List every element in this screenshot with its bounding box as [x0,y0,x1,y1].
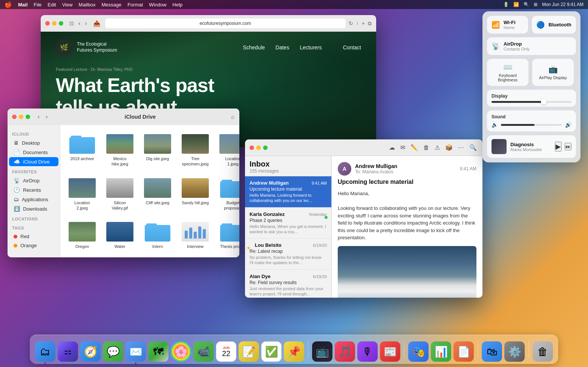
mail-message-andrew[interactable]: Andrew Mulligan 9:41 AM Upcoming lecture… [245,176,331,208]
finder-search-button[interactable]: ⌕ [231,113,235,120]
dock-item-mail[interactable]: ✉️ [126,341,146,362]
tabs-overview-button[interactable]: ⧉ [368,20,372,27]
menu-mailbox[interactable]: Mailbox [79,2,96,8]
wifi-icon[interactable]: 📶 [513,2,519,7]
sidebar-item-recents[interactable]: 🕐 Recents [9,185,58,194]
mail-more-button[interactable]: ⋯ [457,143,465,152]
cc-airdrop-tile[interactable]: 📡 AirDrop Contacts Only [487,37,576,55]
dock-item-keynote[interactable]: 🎭 [408,341,429,362]
dock-item-tv[interactable]: 📺 [312,341,332,362]
nav-schedule[interactable]: Schedule [243,44,265,50]
file-item-silicon[interactable]: Silicon Valley.gif [104,175,136,213]
dock-item-podcasts[interactable]: 🎙 [357,341,378,362]
dock-item-launchpad[interactable]: ⚏ [58,341,78,362]
nav-lecturers[interactable]: Lecturers [300,44,322,50]
maximize-button[interactable] [59,21,63,26]
back-button[interactable]: ‹ [77,19,82,28]
mail-delete-button[interactable]: 🗑 [422,143,430,152]
file-item-tree[interactable]: Tree specimen.jpeg [179,131,211,169]
battery-icon[interactable]: 🔋 [503,2,509,7]
mail-message-karla[interactable]: Karla Gonzalez Yesterday Phase 2 queries… [245,208,331,239]
close-button[interactable] [45,21,50,26]
dock-item-news[interactable]: 📰 [380,341,400,362]
mail-minimize-button[interactable] [256,145,261,150]
volume-high-icon[interactable]: 🔊 [565,122,571,128]
dock-item-messages[interactable]: 💬 [103,341,123,362]
apple-menu[interactable]: 🍎 [5,1,12,8]
app-name[interactable]: Mail [18,2,28,8]
dock-item-numbers[interactable]: 📊 [431,341,451,362]
dock-item-photos[interactable]: 🌸 [171,341,191,362]
file-item-digsite[interactable]: Dig site.jpeg [142,131,173,169]
address-bar[interactable] [105,18,346,28]
search-icon[interactable]: 🔍 [524,2,529,7]
file-item-2019archive[interactable]: 2019 archive [66,131,98,169]
menu-window[interactable]: Window [149,2,166,8]
menu-view[interactable]: View [62,2,73,8]
nav-dates[interactable]: Dates [276,44,289,50]
sidebar-item-documents[interactable]: 📄 Documents [9,148,58,157]
finder-maximize-button[interactable] [26,115,30,119]
menu-help[interactable]: Help [173,2,183,8]
mail-message-alan[interactable]: Alan Dye 6/19/20 Re: Field survey result… [245,270,331,298]
mail-maximize-button[interactable] [263,145,268,150]
mail-close-button[interactable] [250,145,254,150]
file-item-sandy[interactable]: Sandy hill.jpeg [179,175,211,213]
mail-junk-button[interactable]: ⚠ [433,143,441,152]
next-button[interactable]: ⏭ [565,143,571,150]
file-item-budget[interactable]: Budget proposals [217,175,239,213]
file-item-location2[interactable]: Location 2.jpeg [66,175,98,213]
cc-wifi-tile[interactable]: 📶 Wi-Fi Home [487,16,528,34]
share-button[interactable]: 📤 [92,19,102,28]
share-action-button[interactable]: ↑ [356,20,359,27]
mail-reply-button[interactable]: ✏️ [409,143,419,152]
menu-message[interactable]: Message [101,2,121,8]
sidebar-item-airdrop[interactable]: 📡 AirDrop [9,176,58,185]
sidebar-item-red-tag[interactable]: Red [9,232,58,241]
display-slider[interactable] [492,101,571,103]
finder-close-button[interactable] [12,115,17,119]
menu-file[interactable]: File [34,2,41,8]
sidebar-toggle-button[interactable]: ⊡ [69,20,74,26]
dock-item-appstore[interactable]: 🛍 [482,341,502,362]
dock-item-system-preferences[interactable]: ⚙️ [504,341,525,362]
dock-item-maps[interactable]: 🗺 [148,341,168,362]
sidebar-item-applications[interactable]: 🗂 Applications [9,195,58,204]
dock-item-notes[interactable]: 📝 [239,341,259,362]
sidebar-item-desktop[interactable]: 🖥 Desktop [9,138,58,147]
sound-slider[interactable] [501,124,562,126]
cc-keyboard-tile[interactable]: ⌨️ Keyboard Brightness [487,59,528,86]
nav-contact[interactable]: Contact [343,44,361,50]
reload-button[interactable]: ↻ [349,20,353,26]
mail-compose-icon[interactable]: ☁ [388,143,396,152]
file-item-mexico[interactable]: Mexico hike.jpeg [104,131,136,169]
finder-back-button[interactable]: ‹ [36,113,41,121]
dock-item-reminders[interactable]: ✅ [261,341,282,362]
file-item-thesis[interactable]: Thesis project [217,219,239,251]
file-item-water[interactable]: Water [104,219,136,251]
finder-minimize-button[interactable] [19,115,23,119]
cc-airplay-tile[interactable]: 📺 AirPlay Display [532,59,574,86]
forward-button[interactable]: › [83,19,88,28]
dock-item-pages[interactable]: 📄 [453,341,474,362]
menu-format[interactable]: Format [127,2,143,8]
play-button[interactable]: ▶ [555,142,562,151]
dock-item-trash[interactable]: 🗑 [533,341,553,362]
file-item-intern[interactable]: Intern [142,219,173,251]
mail-archive-button[interactable]: 📦 [444,143,454,152]
finder-forward-button[interactable]: › [44,113,49,121]
minimize-button[interactable] [52,21,57,26]
menu-edit[interactable]: Edit [47,2,56,8]
sidebar-item-orange-tag[interactable]: Orange [9,241,58,250]
dock-item-facetime[interactable]: 📹 [193,341,214,362]
mail-new-message-button[interactable]: ✉ [399,143,406,152]
sidebar-item-icloud-drive[interactable]: ☁️ iCloud Drive [9,157,58,166]
dock-item-safari[interactable]: 🧭 [80,341,101,362]
mail-search-button[interactable]: 🔍 [468,143,478,152]
dock-item-stickies[interactable]: 📌 [284,341,304,362]
new-tab-button[interactable]: + [362,20,365,27]
file-item-cliff[interactable]: Cliff site.jpeg [142,175,173,213]
dock-item-calendar[interactable]: JUN 22 [216,341,236,362]
cc-bluetooth-tile[interactable]: 🔵 Bluetooth [532,16,576,34]
sidebar-item-downloads[interactable]: ⬇️ Downloads [9,204,58,213]
